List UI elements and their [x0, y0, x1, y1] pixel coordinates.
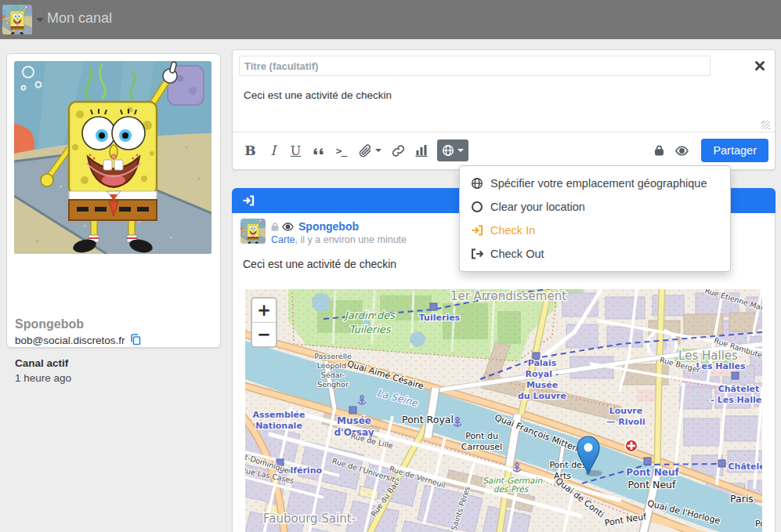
map-label: Senghor [317, 380, 349, 389]
spongebob-avatar-image [2, 5, 32, 34]
underline-icon[interactable]: U [284, 139, 307, 162]
menu-item-check-out[interactable]: Check Out [460, 242, 730, 266]
post-app-link[interactable]: Carte [271, 234, 295, 245]
map-label: Jardin des [343, 309, 396, 321]
menu-item-label: Clear your location [490, 201, 585, 213]
checkin-map[interactable]: + − [245, 289, 762, 532]
post-author-avatar[interactable] [240, 219, 266, 244]
navbar-title[interactable]: Mon canal [47, 10, 112, 27]
map-label: Musée [337, 415, 371, 426]
map-label: 1er Arrondissement [450, 289, 566, 303]
map-label: Châtelet [718, 384, 760, 394]
circle-icon [471, 201, 483, 213]
menu-item-check-in[interactable]: Check In [460, 219, 730, 242]
profile-address: bob@social.discretos.fr [15, 335, 125, 346]
sign-out-icon [471, 248, 483, 260]
map-label: Châtelet - [729, 461, 762, 472]
top-navbar: Mon canal [0, 0, 781, 39]
attach-icon[interactable] [353, 139, 387, 162]
zoom-in-button[interactable]: + [252, 299, 276, 323]
chevron-down-icon [375, 149, 381, 155]
map-label: Tuileries [349, 324, 391, 335]
map-label: Musée [526, 380, 558, 390]
eye-icon[interactable] [671, 139, 693, 162]
menu-item-label: Spécifier votre emplacement géographique [490, 177, 707, 190]
post-meta: Carte, il y a environ une minute [271, 234, 407, 245]
globe-icon [442, 144, 454, 157]
spongebob-profile-image [14, 61, 212, 254]
map-label: Pont Neuf [626, 467, 679, 478]
lock-icon[interactable] [648, 139, 671, 162]
menu-item-label: Check Out [490, 248, 544, 260]
channel-status-label: Canal actif [15, 357, 68, 369]
profile-photo[interactable] [14, 61, 212, 254]
channel-avatar[interactable] [2, 5, 32, 34]
close-icon[interactable] [754, 60, 765, 71]
eye-icon[interactable] [282, 222, 294, 232]
title-input[interactable] [239, 56, 710, 76]
terminal-icon[interactable]: >_ [330, 139, 353, 162]
map-label: Pont Royal [402, 414, 454, 425]
share-button[interactable]: Partager [701, 139, 768, 162]
map-tiles: 1er Arrondissement Jardin des Tuileries … [245, 289, 762, 532]
quote-icon[interactable] [307, 139, 330, 162]
map-label: Passerelle [314, 352, 352, 360]
sign-in-icon [242, 194, 255, 207]
menu-item-clear-location[interactable]: Clear your location [460, 195, 730, 219]
map-label: Nationale [255, 421, 302, 431]
post-body-text: Ceci est une activité de checkin [243, 258, 396, 270]
menu-item-label: Check In [490, 224, 535, 237]
map-label: Pont des [549, 460, 587, 470]
italic-icon[interactable]: I [262, 139, 284, 162]
map-label: des-Prés [494, 484, 530, 494]
map-label: Faubourg Saint- [263, 512, 356, 526]
channel-status-time: 1 heure ago [15, 372, 71, 384]
bold-icon[interactable]: B [239, 139, 262, 162]
zoom-out-button[interactable]: − [252, 323, 276, 346]
profile-name: Spongebob [15, 317, 84, 331]
chevron-down-icon [457, 149, 464, 155]
post-body-input[interactable]: Ceci est une activité de checkin [242, 88, 747, 130]
map-label: Palais [528, 358, 557, 368]
chevron-down-icon[interactable] [36, 18, 44, 26]
map-label: Assemblée [252, 410, 305, 420]
map-label: Pont N [755, 519, 762, 529]
copy-icon[interactable] [129, 333, 142, 346]
post-author-name[interactable]: Spongebob [298, 220, 359, 233]
map-label: Léopold- [317, 361, 349, 370]
post-timestamp: , il y a environ une minute [295, 234, 407, 245]
menu-item-set-location[interactable]: Spécifier votre emplacement géographique [460, 172, 730, 195]
map-label: Sédar- [321, 371, 345, 379]
map-label: Pont du [465, 431, 498, 441]
map-label: Tuileries [419, 313, 461, 323]
location-dropdown-menu: Spécifier votre emplacement géographique… [459, 165, 731, 272]
spongebob-avatar-image [240, 219, 266, 244]
map-label: Paris [730, 493, 754, 505]
map-label: Les Halles [696, 361, 745, 371]
editor-toolbar: B I U >_ Partager [233, 132, 775, 168]
link-icon[interactable] [387, 139, 410, 162]
map-label: Carrousel [461, 442, 502, 452]
map-label: — Rivoli [606, 417, 645, 427]
location-tools-button[interactable] [437, 139, 468, 161]
hospital-icon [625, 440, 638, 453]
sign-in-icon [471, 224, 483, 237]
map-label: du Louvre [518, 391, 566, 401]
map-zoom-control: + − [251, 297, 277, 348]
profile-card: Spongebob bob@social.discretos.fr Canal … [6, 53, 221, 348]
map-label: Royal - [526, 369, 559, 379]
post-editor: Ceci est une activité de checkin B I U >… [232, 49, 776, 170]
textarea-resize-handle[interactable] [761, 121, 770, 129]
globe-icon [471, 177, 483, 190]
lock-icon [270, 222, 280, 232]
map-label: Pont Neuf [628, 479, 677, 490]
map-label: - Les Halles [710, 395, 762, 405]
chart-icon[interactable] [410, 139, 432, 162]
map-label: Louvre [609, 406, 642, 416]
